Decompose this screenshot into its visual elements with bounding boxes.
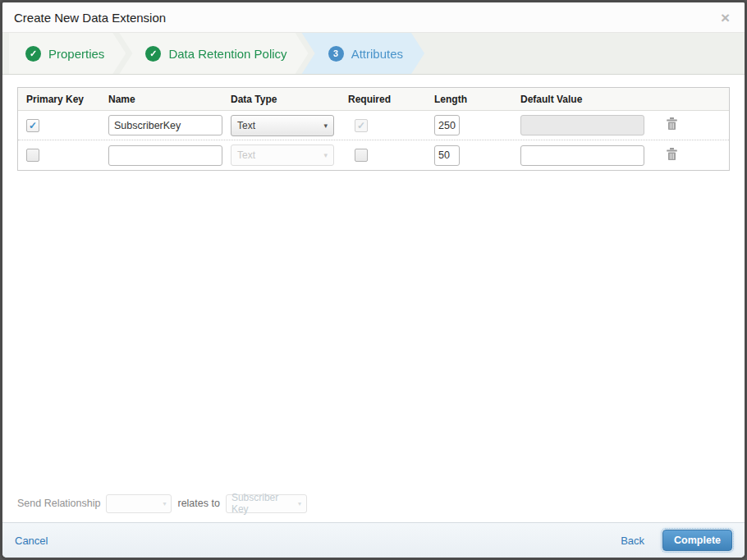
close-icon[interactable]: × [717, 8, 733, 27]
step-data-retention-policy-label: Data Retention Policy [168, 47, 286, 61]
create-data-extension-modal: Create New Data Extension × ✓ Properties… [0, 0, 747, 560]
relates-to-label: relates to [177, 498, 219, 509]
step-data-retention-policy[interactable]: ✓ Data Retention Policy [119, 33, 308, 74]
send-relationship-row: Send Relationship ▾ relates to Subscribe… [2, 494, 745, 522]
attributes-content: Primary Key Name Data Type Required Leng… [2, 75, 745, 522]
default-value-field [520, 115, 644, 135]
step-attributes-label: Attributes [351, 47, 403, 61]
modal-title: Create New Data Extension [14, 11, 166, 25]
step-properties-label: Properties [48, 47, 104, 61]
relates-to-select: Subscriber Key ▾ [226, 494, 307, 513]
data-type-value: Text [237, 149, 255, 161]
attributes-table: Primary Key Name Data Type Required Leng… [17, 87, 730, 171]
data-type-select: Text ▾ [231, 145, 334, 166]
primary-key-checkbox[interactable]: ✓ [26, 119, 39, 132]
modal-footer: Cancel Back Complete [2, 522, 745, 558]
relates-to-value: Subscriber Key [231, 492, 294, 515]
table-header-row: Primary Key Name Data Type Required Leng… [18, 88, 729, 111]
step-attributes[interactable]: 3 Attributes [302, 33, 424, 74]
step-complete-check-icon: ✓ [145, 46, 161, 62]
wizard-step-bar: ✓ Properties ✓ Data Retention Policy 3 A… [2, 33, 745, 75]
step-complete-check-icon: ✓ [25, 46, 41, 62]
send-relationship-select: ▾ [106, 494, 172, 513]
cancel-button[interactable]: Cancel [15, 535, 48, 547]
data-type-value: Text [237, 120, 255, 131]
name-field[interactable] [108, 145, 222, 166]
header-name: Name [108, 94, 231, 105]
length-field[interactable] [434, 145, 460, 166]
length-field[interactable] [434, 115, 460, 135]
step-number-badge: 3 [328, 46, 344, 62]
step-properties[interactable]: ✓ Properties [9, 33, 126, 74]
chevron-down-icon: ▾ [298, 500, 301, 507]
header-data-type: Data Type [231, 94, 348, 105]
chevron-down-icon: ▾ [163, 500, 166, 507]
header-default-value: Default Value [520, 94, 654, 105]
chevron-down-icon: ▾ [323, 122, 328, 130]
table-row: ✓ Text ▾ ✓ [18, 111, 729, 140]
send-relationship-label: Send Relationship [17, 498, 100, 509]
back-button[interactable]: Back [621, 535, 644, 547]
required-checkbox: ✓ [355, 119, 368, 132]
header-length: Length [434, 94, 520, 105]
modal-titlebar: Create New Data Extension × [2, 2, 745, 33]
required-checkbox[interactable] [355, 149, 368, 162]
trash-icon[interactable] [666, 117, 678, 131]
header-primary-key: Primary Key [18, 94, 108, 105]
table-row: Text ▾ [18, 140, 729, 170]
complete-button[interactable]: Complete [662, 530, 732, 551]
name-field[interactable] [108, 115, 222, 135]
chevron-down-icon: ▾ [323, 151, 328, 159]
trash-icon[interactable] [666, 147, 678, 161]
default-value-field[interactable] [520, 145, 644, 166]
content-spacer [2, 171, 745, 494]
header-required: Required [348, 94, 434, 105]
data-type-select[interactable]: Text ▾ [231, 115, 334, 136]
primary-key-checkbox[interactable] [26, 149, 39, 162]
